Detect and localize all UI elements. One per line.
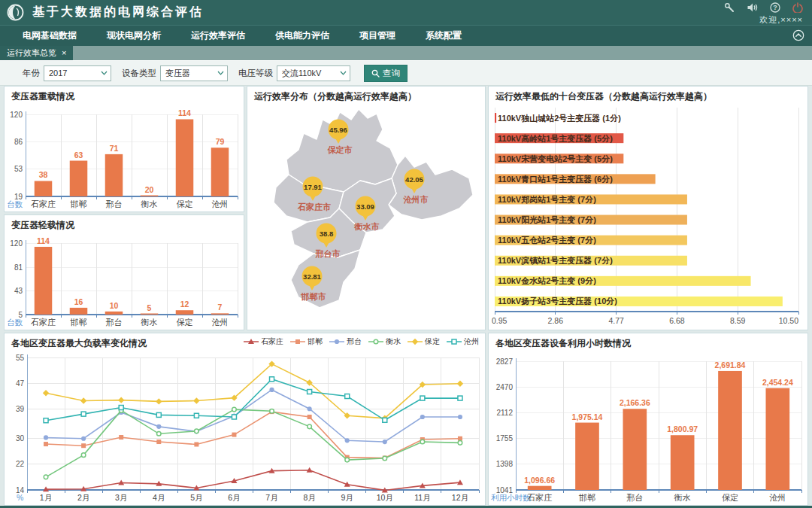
svg-text:?: ?	[773, 4, 777, 11]
svg-text:保定市: 保定市	[327, 145, 353, 154]
panel-title: 变压器重载情况	[5, 87, 244, 103]
main-nav: 电网基础数据 现状电网分析 运行效率评估 供电能力评估 项目管理 系统配置	[0, 25, 812, 46]
svg-text:邢台市: 邢台市	[315, 249, 341, 258]
device-type-select[interactable]: 变压器	[160, 65, 228, 81]
svg-text:7月: 7月	[265, 493, 277, 502]
chevron-down-icon	[101, 71, 108, 75]
panel-utilization-hours: 各地区变压器设备利用小时数情况 104113981755211224702827…	[488, 333, 808, 506]
legend-item-保定[interactable]: 保定	[408, 336, 440, 347]
tab-close-icon[interactable]: ×	[62, 49, 66, 57]
svg-text:1,800.97: 1,800.97	[667, 424, 698, 433]
nav-item-project-management[interactable]: 项目管理	[359, 29, 395, 42]
svg-text:110kV独山城站2号主变压器 (1分): 110kV独山城站2号主变压器 (1分)	[498, 114, 621, 123]
svg-text:110kV高岭站1号主变压器 (5分): 110kV高岭站1号主变压器 (5分)	[498, 134, 613, 143]
year-select[interactable]: 2017	[44, 65, 111, 81]
panel-transformer-lightload: 变压器轻载情况 54381120114石家庄16邯郸10邢台5衡水12保定7沧州…	[4, 214, 244, 330]
svg-text:114: 114	[178, 108, 191, 117]
svg-text:石家庄市: 石家庄市	[297, 202, 331, 211]
panel-max-load-rate: 各地区变压器最大负载率变化情况 石家庄邯郸邢台衡水保定沧州 1422303947…	[4, 333, 486, 506]
line-chart-legend: 石家庄邯郸邢台衡水保定沧州	[244, 336, 479, 347]
welcome-text: 欢迎,××××	[759, 14, 803, 26]
nav-item-operation-efficiency[interactable]: 运行效率评估	[191, 29, 245, 42]
svg-text:110kV滨镇站1号主变压器 (7分): 110kV滨镇站1号主变压器 (7分)	[498, 256, 613, 266]
svg-text:保定: 保定	[722, 493, 738, 502]
legend-item-石家庄[interactable]: 石家庄	[244, 336, 283, 347]
svg-text:47: 47	[16, 379, 25, 388]
panel-transformer-overload: 变压器重载情况 19538612038石家庄63邯郸71邢台20衡水114保定7…	[4, 86, 244, 212]
svg-text:沧州: 沧州	[769, 493, 786, 502]
svg-text:43: 43	[14, 287, 23, 295]
svg-text:3月: 3月	[115, 493, 127, 502]
voltage-level-select[interactable]: 交流110kV	[277, 65, 350, 81]
utilization-hours-bar-chart: 1041139817552112247028271,096.66石家庄1,975…	[489, 350, 807, 505]
svg-text:110kV阳光站1号主变 (7分): 110kV阳光站1号主变 (7分)	[498, 215, 596, 224]
svg-text:邯郸: 邯郸	[578, 493, 595, 502]
svg-text:42.05: 42.05	[405, 175, 423, 184]
svg-text:沧州: 沧州	[212, 199, 229, 208]
panel-title: 运行效率分布（分数越高运行效率越高）	[247, 87, 485, 103]
svg-text:10.50: 10.50	[779, 316, 798, 325]
svg-text:110kV青口站1号主变压器 (6分): 110kV青口站1号主变压器 (6分)	[498, 175, 613, 184]
svg-text:45.96: 45.96	[329, 126, 347, 134]
svg-text:邯郸: 邯郸	[70, 318, 87, 327]
voltage-level-label: 电压等级	[238, 68, 273, 79]
panel-title: 运行效率最低的十台变压器（分数越高运行效率越高）	[489, 87, 807, 103]
overload-bar-chart: 19538612038石家庄63邯郸71邢台20衡水114保定79沧州台数	[5, 103, 244, 211]
svg-text:2,691.84: 2,691.84	[715, 360, 746, 370]
svg-text:12月: 12月	[452, 493, 468, 502]
svg-text:71: 71	[110, 144, 119, 153]
svg-text:33.09: 33.09	[356, 202, 374, 211]
svg-text:8月: 8月	[303, 493, 315, 502]
power-icon[interactable]	[792, 2, 803, 13]
svg-text:30: 30	[16, 434, 25, 443]
svg-text:利用小时数: 利用小时数	[491, 493, 531, 502]
legend-item-邢台[interactable]: 邢台	[329, 336, 362, 347]
dashboard: 变压器重载情况 19538612038石家庄63邯郸71邢台20衡水114保定7…	[0, 86, 812, 508]
nav-item-system-config[interactable]: 系统配置	[426, 29, 462, 42]
help-icon[interactable]: ?	[770, 2, 780, 13]
legend-item-衡水[interactable]: 衡水	[368, 336, 401, 347]
svg-text:台数: 台数	[7, 199, 23, 208]
svg-text:1,975.14: 1,975.14	[572, 412, 603, 421]
worst-transformers-hbar-chart: 0.952.864.776.688.5910.50110kV独山城站2号主变压器…	[489, 103, 807, 330]
svg-text:22: 22	[16, 460, 25, 468]
svg-text:79: 79	[216, 137, 225, 146]
svg-text:1,096.66: 1,096.66	[524, 476, 555, 485]
chevron-down-icon	[217, 71, 224, 75]
tab-label: 运行效率总览	[7, 47, 56, 59]
tab-efficiency-overview[interactable]: 运行效率总览 ×	[0, 46, 73, 60]
svg-text:9月: 9月	[341, 493, 353, 502]
svg-text:石家庄: 石家庄	[31, 318, 56, 327]
svg-text:保定: 保定	[177, 199, 193, 208]
speaker-icon[interactable]	[747, 2, 758, 13]
svg-text:5月: 5月	[190, 493, 202, 502]
svg-text:20: 20	[145, 185, 154, 194]
svg-text:衡水: 衡水	[674, 493, 691, 502]
svg-text:8.59: 8.59	[730, 316, 746, 325]
search-icon	[371, 69, 380, 78]
panel-title: 各地区变压器最大负载率变化情况	[5, 333, 153, 350]
max-load-rate-line-chart: 1422303947551月2月3月4月5月6月7月8月9月10月11月12月%	[5, 350, 485, 505]
svg-text:2.86: 2.86	[548, 316, 564, 325]
collapse-up-icon[interactable]	[792, 29, 804, 41]
year-value: 2017	[49, 68, 67, 78]
svg-text:110kV宋营变电站2号主变 (5分): 110kV宋营变电站2号主变 (5分)	[498, 154, 613, 163]
legend-item-邯郸[interactable]: 邯郸	[290, 336, 323, 347]
svg-text:38: 38	[39, 170, 48, 179]
svg-text:1月: 1月	[40, 493, 52, 502]
svg-text:2,454.24: 2,454.24	[762, 378, 793, 387]
nav-item-current-grid-analysis[interactable]: 现状电网分析	[107, 29, 161, 42]
svg-text:1755: 1755	[496, 434, 514, 443]
search-button[interactable]: 查询	[364, 65, 408, 82]
svg-text:4.77: 4.77	[608, 316, 624, 325]
svg-text:17.91: 17.91	[304, 183, 322, 191]
svg-text:0.95: 0.95	[492, 316, 508, 325]
legend-item-沧州[interactable]: 沧州	[447, 336, 479, 347]
nav-item-grid-base-data[interactable]: 电网基础数据	[23, 29, 77, 42]
wrench-icon[interactable]	[724, 2, 735, 13]
svg-text:邢台: 邢台	[626, 493, 643, 502]
svg-text:110kV郑岗站1号主变 (7分): 110kV郑岗站1号主变 (7分)	[498, 195, 596, 204]
chevron-down-icon	[340, 71, 347, 75]
svg-text:110kV金水站2号主变 (9分): 110kV金水站2号主变 (9分)	[498, 276, 596, 285]
nav-item-supply-capacity[interactable]: 供电能力评估	[275, 29, 329, 42]
